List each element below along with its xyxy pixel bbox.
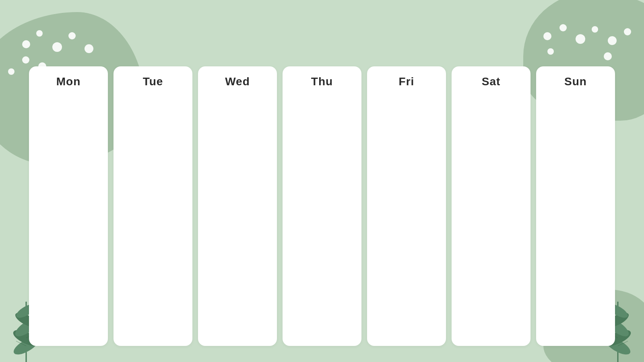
decorative-dot [592,26,598,33]
calendar-grid: MonTueWedThuFriSatSun [26,66,618,346]
day-body-sat[interactable] [452,95,530,346]
day-column-sun: Sun [536,66,615,346]
day-body-thu[interactable] [283,95,361,346]
decorative-dot [559,24,567,31]
decorative-dot [22,40,30,48]
day-label-fri: Fri [367,66,446,95]
decorative-dot [52,42,62,52]
day-label-thu: Thu [283,66,361,95]
decorative-dot [576,34,585,44]
day-column-mon: Mon [29,66,108,346]
day-column-sat: Sat [452,66,530,346]
decorative-dot [604,52,612,60]
day-column-wed: Wed [198,66,277,346]
decorative-dot [8,68,14,75]
day-label-wed: Wed [198,66,277,95]
day-body-wed[interactable] [198,95,277,346]
decorative-dot [547,48,554,55]
day-body-sun[interactable] [536,95,615,346]
day-body-tue[interactable] [114,95,192,346]
decorative-dot [68,32,76,39]
day-label-sat: Sat [452,66,530,95]
day-body-fri[interactable] [367,95,446,346]
decorative-dot [624,28,631,35]
decorative-dot [608,36,617,45]
day-column-thu: Thu [283,66,361,346]
decorative-dot [85,44,93,53]
day-label-sun: Sun [536,66,615,95]
decorative-dot [36,30,43,37]
decorative-dot [22,56,29,64]
day-label-mon: Mon [29,66,108,95]
day-label-tue: Tue [114,66,192,95]
decorative-dot [543,32,551,40]
day-column-tue: Tue [114,66,192,346]
day-body-mon[interactable] [29,95,108,346]
day-column-fri: Fri [367,66,446,346]
